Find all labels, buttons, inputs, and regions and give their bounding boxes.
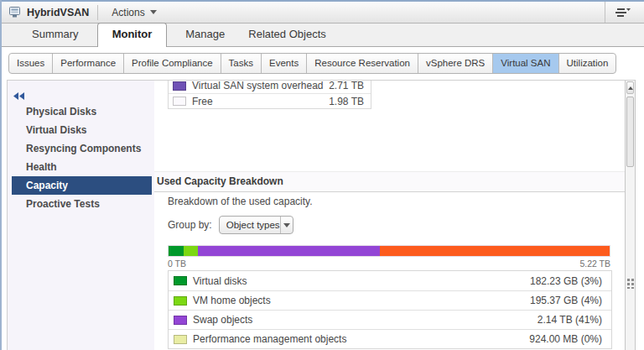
sidebar-item-proactive-tests[interactable]: Proactive Tests	[8, 195, 154, 213]
subtab-group: Issues Performance Profile Compliance Ta…	[8, 53, 616, 74]
legend-row: Free 1.98 TB	[169, 93, 371, 108]
object-title: HybridVSAN	[27, 7, 89, 18]
bar-segment-virtual-disks	[169, 246, 184, 256]
bar-segment-vm-home-objects	[184, 246, 198, 256]
collapse-sidebar-button[interactable]	[13, 88, 25, 103]
secondary-tab-bar: Issues Performance Profile Compliance Ta…	[2, 48, 644, 80]
subtab-issues[interactable]: Issues	[9, 54, 53, 73]
arrow-up-icon	[628, 86, 633, 90]
free-color-swatch	[173, 97, 186, 106]
legend-row: Swap objects 2.14 TB (41%)	[169, 310, 611, 329]
section-header: Used Capacity Breakdown	[154, 171, 626, 192]
legend-row: Virtual disks 182.23 GB (3%)	[169, 271, 611, 290]
splitter-grip-icon[interactable]	[627, 279, 634, 289]
toolbar-separator	[97, 5, 98, 20]
subtab-profile-compliance[interactable]: Profile Compliance	[124, 54, 221, 73]
chevron-down-icon	[283, 223, 290, 227]
scale-min: 0 TB	[168, 259, 186, 269]
dropdown-arrow-button[interactable]	[280, 217, 293, 233]
subtab-performance[interactable]: Performance	[53, 54, 124, 73]
subtab-virtual-san[interactable]: Virtual SAN	[493, 54, 558, 73]
sidebar-item-physical-disks[interactable]: Physical Disks	[8, 102, 154, 121]
capacity-stacked-bar	[168, 245, 610, 257]
group-by-dropdown[interactable]: Object types	[219, 216, 293, 234]
cluster-icon	[8, 6, 21, 18]
sidebar-item-health[interactable]: Health	[8, 158, 154, 176]
breakdown-legend-table: Virtual disks 182.23 GB (3%) VM home obj…	[168, 270, 612, 349]
performance-objects-color-swatch	[174, 335, 187, 344]
dropdown-value: Object types	[220, 220, 280, 230]
monitor-sidebar: Physical Disks Virtual Disks Resyncing C…	[8, 81, 154, 350]
subtab-resource-reservation[interactable]: Resource Reservation	[307, 54, 418, 73]
subtab-tasks[interactable]: Tasks	[221, 54, 262, 73]
legend-row: Virtual SAN system overhead 2.71 TB	[169, 81, 371, 93]
tab-manage[interactable]: Manage	[174, 23, 236, 46]
subtab-events[interactable]: Events	[262, 54, 307, 73]
legend-row: Performance management objects 924.00 MB…	[169, 329, 611, 348]
sidebar-item-virtual-disks[interactable]: Virtual Disks	[8, 121, 154, 139]
capacity-overview-legend: Virtual SAN system overhead 2.71 TB Free…	[168, 81, 371, 109]
bar-segment-swap-objects	[198, 246, 380, 256]
vm-home-objects-color-swatch	[174, 296, 187, 306]
sidebar-item-resyncing-components[interactable]: Resyncing Components	[8, 139, 154, 158]
subtab-utilization[interactable]: Utilization	[559, 54, 616, 73]
section-description: Breakdown of the used capacity.	[168, 196, 313, 207]
layout-list-icon	[615, 8, 632, 18]
actions-caret-icon	[150, 10, 157, 14]
vertical-scrollbar[interactable]	[625, 81, 635, 350]
scrollbar-thumb[interactable]	[626, 97, 634, 167]
bar-scale: 0 TB 5.22 TB	[168, 259, 610, 269]
swap-objects-color-swatch	[174, 316, 187, 325]
section-title: Used Capacity Breakdown	[157, 172, 283, 191]
object-toolbar: HybridVSAN Actions	[2, 2, 644, 24]
tab-related-objects[interactable]: Related Objects	[236, 23, 338, 46]
legend-row: VM home objects 195.37 GB (4%)	[169, 290, 611, 310]
tab-summary[interactable]: Summary	[20, 23, 91, 46]
sidebar-item-capacity[interactable]: Capacity	[12, 176, 152, 195]
subtab-vsphere-drs[interactable]: vSphere DRS	[418, 54, 493, 73]
overhead-color-swatch	[173, 81, 186, 91]
double-chevron-left-icon	[13, 92, 25, 100]
group-by-label: Group by:	[168, 219, 212, 231]
scroll-up-button[interactable]	[626, 81, 634, 94]
actions-menu[interactable]: Actions	[106, 3, 161, 22]
virtual-disks-color-swatch	[174, 276, 187, 285]
scale-max: 5.22 TB	[579, 259, 610, 269]
tab-monitor[interactable]: Monitor	[97, 23, 168, 47]
capacity-pane: Virtual SAN system overhead 2.71 TB Free…	[154, 81, 626, 350]
group-by-row: Group by: Object types	[168, 216, 293, 234]
panel-menu-button[interactable]	[605, 2, 644, 23]
bar-segment-overhead	[380, 246, 610, 256]
content-frame: Physical Disks Virtual Disks Resyncing C…	[7, 80, 636, 350]
primary-tab-bar: Summary Monitor Manage Related Objects	[2, 24, 644, 47]
